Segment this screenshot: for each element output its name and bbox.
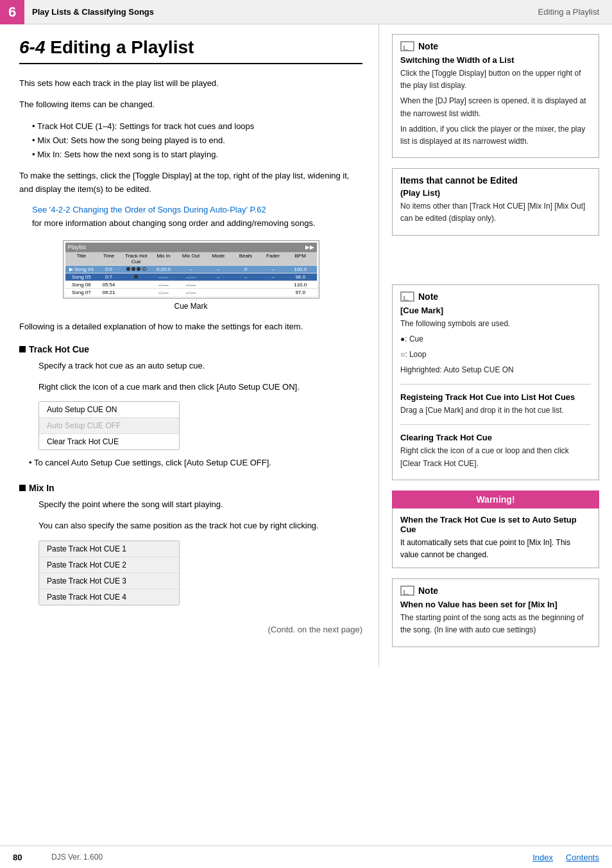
paste-menu-item-4[interactable]: Paste Track Hot CUE 4 <box>39 589 179 605</box>
header-bar: Play Lists & Classifying Songs Editing a… <box>0 0 612 24</box>
note6-header: Note <box>400 586 591 596</box>
index-link[interactable]: Index <box>532 853 553 862</box>
row2-beats: – <box>232 274 260 280</box>
note3-line3: ○: Loop <box>400 349 591 361</box>
row2-mixin: –:–– <box>150 274 178 280</box>
row4-mode <box>205 290 232 295</box>
row3-time: 05:54 <box>95 282 123 288</box>
continued-text: (Contd. on the next page) <box>19 625 362 634</box>
thc-line1: Specify a track hot cue as an auto setup… <box>38 360 362 373</box>
col-mixin: Mix In <box>150 253 178 265</box>
note2-line1: No items other than [Track Hot CUE] [Mix… <box>400 200 591 225</box>
left-column: 6-4 Editing a Playlist This sets how eac… <box>0 24 378 667</box>
explanation-para: Following is a detailed explanation of h… <box>19 320 362 334</box>
note2-title: Items that cannot be Edited <box>400 175 591 186</box>
auto-setup-context-menu: Auto Setup CUE ON Auto Setup CUE OFF Cle… <box>38 401 180 450</box>
row3-bpm: 110.0 <box>287 282 314 288</box>
cue-dot-3 <box>137 267 140 271</box>
context-menu-item-clear[interactable]: Clear Track Hot CUE <box>39 434 179 449</box>
contents-link[interactable]: Contents <box>566 853 599 862</box>
warning-line1: It automatically sets that cue point to … <box>400 537 591 561</box>
paste-menu-item-3[interactable]: Paste Track Hot CUE 3 <box>39 573 179 589</box>
row4-cues <box>123 290 150 295</box>
track-hot-cue-label: Track Hot Cue <box>29 344 89 354</box>
paste-menu-item-1[interactable]: Paste Track Hot CUE 1 <box>39 541 179 557</box>
paste-menu-item-2[interactable]: Paste Track Hot CUE 2 <box>39 557 179 573</box>
context-menu-item-auto-off[interactable]: Auto Setup CUE OFF <box>39 418 179 434</box>
header-section-label: Editing a Playlist <box>538 7 599 17</box>
cue-dot-2 <box>132 267 135 271</box>
note3-body: The following symbols are used. ●: Cue ○… <box>400 318 591 377</box>
footer-navigation: Index Contents <box>532 853 599 862</box>
row1-bpm: 100.0 <box>287 266 314 272</box>
warning-subtitle: When the Track Hot Cue is set to Auto Se… <box>400 515 591 534</box>
row2-mixout: –:–– <box>177 274 205 280</box>
playlist-mock-controls: ▶▶ <box>305 244 314 250</box>
note3-subtitle: [Cue Mark] <box>400 306 591 315</box>
row3-beats <box>232 282 260 288</box>
cue-dot-1 <box>126 267 130 271</box>
spacer1 <box>392 246 599 284</box>
note-no-value-mixin: Note When no Value has been set for [Mix… <box>392 578 599 647</box>
note1-line2: When the [DJ Play] screen is opened, it … <box>400 95 591 119</box>
main-layout: 6-4 Editing a Playlist This sets how eac… <box>0 24 612 667</box>
note6-line1: The starting point of the song acts as t… <box>400 612 591 636</box>
paste-context-menu: Paste Track Hot CUE 1 Paste Track Hot CU… <box>38 541 180 605</box>
header-chapter-label: Play Lists & Classifying Songs <box>32 7 154 17</box>
page-title: 6-4 Editing a Playlist <box>19 37 362 64</box>
playlist-image-area: Playlist ▶▶ Title Time Track Hot Cue Mix… <box>19 240 362 311</box>
note2-subtitle: (Play List) <box>400 188 591 198</box>
col-hotcue: Track Hot Cue <box>123 253 150 265</box>
note1-line3: In addition, if you click the player or … <box>400 123 591 148</box>
row4-bpm: 97.0 <box>287 290 314 295</box>
playlist-row-1: ▶ Song 04 0:0 0:20:0 – – 0 – 100.0 <box>65 265 317 273</box>
playlist-row-4: Song 07 06:21 –:–– –:–– 97.0 <box>65 288 317 296</box>
mixin-line1: Specify the point where the song will st… <box>38 498 362 512</box>
note6-subtitle: When no Value has been set for [Mix In] <box>400 600 591 609</box>
context-menu-item-auto-on[interactable]: Auto Setup CUE ON <box>39 402 179 418</box>
row1-beats: 0 <box>232 266 260 272</box>
right-column: Note Switching the Width of a List Click… <box>378 24 612 667</box>
note5-subtitle: Clearing Track Hot Cue <box>400 433 591 442</box>
row2-bpm: 98.0 <box>287 274 314 280</box>
note-items-not-editable: Items that cannot be Edited (Play List) … <box>392 168 599 235</box>
note4-line1: Drag a [Cue Mark] and drop it in the hot… <box>400 404 591 417</box>
note3-title: Note <box>418 291 438 302</box>
mix-in-label: Mix In <box>29 483 55 493</box>
note1-line1: Click the [Toggle Display] button on the… <box>400 67 591 92</box>
note3-line1: The following symbols are used. <box>400 318 591 330</box>
row1-mixout: – <box>177 266 205 272</box>
row1-cues <box>123 266 150 272</box>
col-beats: Beats <box>232 253 260 265</box>
note4-divider <box>400 424 591 425</box>
playlist-columns-row: Title Time Track Hot Cue Mix In Mix Out … <box>65 252 317 265</box>
cancel-note: To cancel Auto Setup Cue settings, click… <box>29 456 362 470</box>
row4-fader <box>259 290 287 295</box>
track-hot-cue-content: Specify a track hot cue as an auto setup… <box>38 360 362 394</box>
page-number: 80 <box>13 853 45 862</box>
playlist-mock-header: Playlist ▶▶ <box>65 243 317 252</box>
note3-line4: Highrighted: Auto Setup CUE ON <box>400 364 591 376</box>
row1-title: ▶ Song 04 <box>68 266 96 272</box>
row3-mixout: –:–– <box>177 282 205 288</box>
note3-header: Note <box>400 291 591 302</box>
note3-line2: ●: Cue <box>400 333 591 345</box>
row3-mode <box>205 282 232 288</box>
note5-body: Right click the icon of a cue or loop an… <box>400 445 591 469</box>
row2-fader: – <box>259 274 287 280</box>
title-chapter-num: 6-4 <box>19 37 45 57</box>
note1-icon <box>400 41 414 51</box>
row1-fader: – <box>259 266 287 272</box>
note4-subtitle: Registeing Track Hot Cue into List Hot C… <box>400 392 591 402</box>
row3-fader <box>259 282 287 288</box>
note1-title: Note <box>418 41 438 51</box>
note5-line1: Right click the icon of a cue or loop an… <box>400 445 591 469</box>
reference-link[interactable]: See '4-2-2 Changing the Order of Songs D… <box>32 205 266 214</box>
see-reference: See '4-2-2 Changing the Order of Songs D… <box>32 204 362 230</box>
note1-body: Click the [Toggle Display] button on the… <box>400 67 591 148</box>
playlist-mock: Playlist ▶▶ Title Time Track Hot Cue Mix… <box>63 240 319 299</box>
col-bpm: BPM <box>287 253 314 265</box>
row4-beats <box>232 290 260 295</box>
row2-mode: – <box>205 274 232 280</box>
row1-mode: – <box>205 266 232 272</box>
